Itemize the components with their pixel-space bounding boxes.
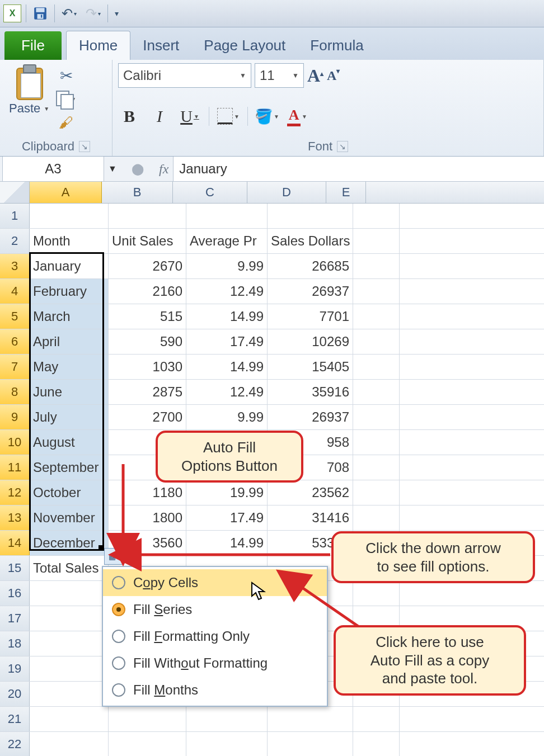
menu-copy-cells[interactable]: Copy Cells — [103, 569, 327, 596]
cell[interactable]: 19.99 — [186, 480, 268, 505]
cell[interactable]: 14.99 — [186, 355, 268, 379]
cell[interactable] — [353, 229, 400, 253]
cell[interactable] — [268, 204, 353, 228]
font-name-combo[interactable]: Calibri▼ — [118, 63, 251, 88]
redo-button[interactable]: ↷▾ — [83, 4, 103, 22]
cell[interactable] — [353, 329, 400, 354]
cell[interactable]: 23562 — [268, 480, 353, 505]
cell[interactable] — [353, 480, 400, 505]
cell[interactable] — [353, 505, 400, 530]
copy-button[interactable]: ▼ — [56, 89, 76, 109]
cell[interactable]: June — [30, 380, 109, 404]
cell[interactable] — [30, 707, 109, 731]
cell[interactable] — [30, 656, 109, 681]
bold-button[interactable]: B — [118, 105, 140, 127]
row-header[interactable]: 14 — [0, 531, 30, 555]
col-header-C[interactable]: C — [173, 182, 247, 203]
cell[interactable]: 26685 — [268, 254, 353, 278]
col-header-E[interactable]: E — [326, 182, 366, 203]
tab-formulas[interactable]: Formula — [298, 31, 376, 60]
col-header-A[interactable]: A — [30, 182, 102, 203]
row-header[interactable]: 12 — [0, 480, 30, 505]
cell[interactable] — [186, 707, 268, 731]
cell[interactable]: 9.99 — [186, 254, 268, 278]
cell[interactable]: Month — [30, 229, 109, 253]
save-button[interactable] — [31, 5, 50, 22]
cell[interactable]: 15405 — [268, 355, 353, 379]
cell[interactable]: May — [30, 355, 109, 379]
cell[interactable] — [353, 254, 400, 278]
cell[interactable]: Unit Sales — [109, 229, 186, 253]
cell[interactable]: Total Sales — [30, 556, 109, 580]
cell[interactable] — [186, 204, 268, 228]
cell[interactable]: 515 — [109, 304, 186, 329]
cell[interactable]: October — [30, 480, 109, 505]
cell[interactable] — [353, 355, 400, 379]
cut-button[interactable]: ✂ — [56, 65, 76, 86]
cell[interactable] — [353, 732, 400, 756]
cell[interactable] — [30, 732, 109, 756]
paste-button[interactable]: Paste▼ — [6, 63, 53, 133]
menu-fill-formatting-only[interactable]: Fill Formatting Only — [103, 623, 327, 650]
cell[interactable]: 2160 — [109, 279, 186, 304]
cell[interactable] — [109, 732, 186, 756]
cell[interactable]: 10269 — [268, 329, 353, 354]
row-header[interactable]: 10 — [0, 430, 30, 455]
cell[interactable] — [268, 732, 353, 756]
cell[interactable] — [30, 606, 109, 631]
cell[interactable]: Sales Dollars — [268, 229, 353, 253]
cell[interactable]: 12.49 — [186, 279, 268, 304]
borders-button[interactable]: ▼ — [217, 105, 240, 127]
format-painter-button[interactable]: 🖌 — [56, 112, 76, 133]
row-header[interactable]: 20 — [0, 682, 30, 706]
cell[interactable]: 31416 — [268, 505, 353, 530]
cell[interactable] — [353, 430, 400, 455]
cell[interactable] — [353, 581, 400, 606]
cell[interactable]: December — [30, 531, 109, 555]
fill-color-button[interactable]: 🪣▼ — [256, 105, 278, 127]
row-header[interactable]: 19 — [0, 656, 30, 681]
customize-qat-button[interactable]: ▾ — [112, 8, 121, 19]
shrink-font-button[interactable]: A▾ — [327, 68, 340, 83]
cell[interactable]: 35916 — [268, 380, 353, 404]
col-header-D[interactable]: D — [247, 182, 326, 203]
row-header[interactable]: 1 — [0, 204, 30, 228]
row-header[interactable]: 13 — [0, 505, 30, 530]
cell[interactable] — [268, 707, 353, 731]
row-header[interactable]: 18 — [0, 631, 30, 656]
cell[interactable] — [353, 380, 400, 404]
menu-fill-months[interactable]: Fill Months — [103, 677, 327, 703]
cell[interactable] — [353, 279, 400, 304]
row-header[interactable]: 5 — [0, 304, 30, 329]
cell[interactable]: 2670 — [109, 254, 186, 278]
cell[interactable]: 1800 — [109, 505, 186, 530]
redo-split-dd[interactable]: ▾ — [98, 11, 101, 17]
font-color-button[interactable]: A▼ — [286, 105, 308, 127]
font-size-combo[interactable]: 11▼ — [255, 63, 304, 88]
row-header[interactable]: 11 — [0, 455, 30, 480]
cell[interactable]: April — [30, 329, 109, 354]
italic-button[interactable]: I — [148, 105, 171, 127]
row-header[interactable]: 15 — [0, 556, 30, 580]
row-header[interactable]: 6 — [0, 329, 30, 354]
cell[interactable]: 7701 — [268, 304, 353, 329]
row-header[interactable]: 22 — [0, 732, 30, 756]
cell[interactable]: 2875 — [109, 380, 186, 404]
cell[interactable]: 17.49 — [186, 329, 268, 354]
cell[interactable] — [30, 581, 109, 606]
row-header[interactable]: 2 — [0, 229, 30, 253]
row-header[interactable]: 21 — [0, 707, 30, 731]
cell[interactable] — [353, 405, 400, 429]
row-header[interactable]: 16 — [0, 581, 30, 606]
name-box-dd[interactable]: ▼ — [104, 164, 121, 174]
cell[interactable]: 26937 — [268, 279, 353, 304]
cell[interactable] — [353, 455, 400, 480]
grow-font-button[interactable]: A▴ — [307, 65, 323, 86]
cell[interactable]: 17.49 — [186, 505, 268, 530]
cell[interactable]: 14.99 — [186, 304, 268, 329]
cell[interactable]: 1030 — [109, 355, 186, 379]
cell[interactable] — [353, 707, 400, 731]
underline-button[interactable]: U▼ — [179, 105, 201, 127]
file-tab[interactable]: File — [4, 31, 62, 60]
cell[interactable] — [109, 204, 186, 228]
